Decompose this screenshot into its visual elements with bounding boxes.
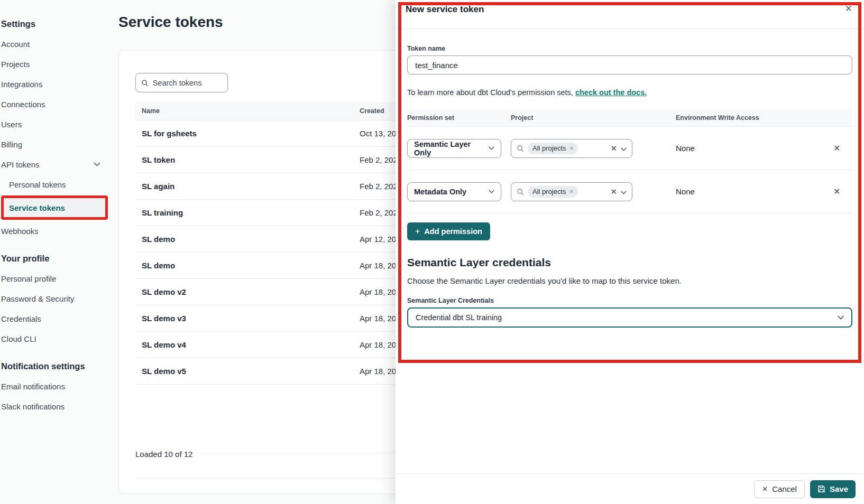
- page-title: Service tokens: [118, 14, 223, 31]
- add-permission-label: Add permission: [424, 227, 482, 236]
- permissions-table: Permission set Project Environment Write…: [407, 109, 852, 213]
- permissions-header: Permission set Project Environment Write…: [407, 109, 852, 127]
- token-name-input[interactable]: [407, 55, 852, 74]
- token-name: SL demo: [142, 235, 360, 244]
- docs-text: To learn more about dbt Cloud's permissi…: [407, 88, 852, 97]
- sidebar-item-credentials[interactable]: Credentials: [1, 309, 112, 329]
- save-button[interactable]: Save: [810, 480, 856, 498]
- clear-selection-icon[interactable]: ✕: [610, 187, 617, 197]
- token-name: SL for gsheets: [142, 129, 360, 138]
- token-name: SL demo v4: [142, 340, 360, 349]
- sidebar-item-connections[interactable]: Connections: [1, 94, 112, 114]
- sidebar-item-account[interactable]: Account: [1, 34, 112, 54]
- project-chip: All projects ✕: [528, 186, 578, 198]
- sidebar-item-label: Users: [1, 120, 22, 129]
- sidebar-item-personal-profile[interactable]: Personal profile: [1, 268, 112, 288]
- project-chip-label: All projects: [532, 188, 566, 195]
- loaded-count: Loaded 10 of 12: [135, 450, 192, 459]
- sidebar-item-integrations[interactable]: Integrations: [1, 74, 112, 94]
- cancel-button[interactable]: ✕ Cancel: [754, 480, 805, 498]
- remove-permission-icon[interactable]: ✕: [833, 186, 840, 197]
- permission-set-value: Semantic Layer Only: [414, 140, 484, 157]
- sidebar-item-label: Password & Security: [1, 294, 74, 303]
- project-multiselect[interactable]: All projects ✕ ✕: [511, 182, 632, 201]
- sidebar-item-password-security[interactable]: Password & Security: [1, 288, 112, 309]
- column-header-environment-write-access: Environment Write Access: [642, 114, 824, 122]
- token-name: SL demo: [142, 261, 360, 270]
- sidebar-item-billing[interactable]: Billing: [1, 134, 112, 154]
- project-multiselect[interactable]: All projects ✕ ✕: [511, 139, 632, 158]
- sidebar-item-label: API tokens: [1, 160, 40, 169]
- sidebar-item-label: Slack notifications: [1, 402, 65, 411]
- docs-text-prefix: To learn more about dbt Cloud's permissi…: [407, 88, 575, 97]
- sidebar-item-webhooks[interactable]: Webhooks: [1, 221, 112, 241]
- search-input[interactable]: [153, 79, 222, 87]
- close-icon: ✕: [762, 485, 768, 493]
- permission-set-value: Metadata Only: [414, 188, 466, 196]
- credentials-select-label: Semantic Layer Credentials: [407, 297, 852, 304]
- chip-remove-icon[interactable]: ✕: [569, 189, 574, 194]
- sidebar-item-users[interactable]: Users: [1, 114, 112, 134]
- column-header-project: Project: [511, 114, 632, 122]
- column-header-permission-set: Permission set: [407, 114, 501, 122]
- chevron-down-icon: [94, 162, 100, 166]
- environment-write-access-value: None: [642, 187, 824, 196]
- sidebar-item-email-notifications[interactable]: Email notifications: [1, 376, 112, 396]
- sidebar-item-label: Connections: [1, 100, 45, 109]
- cancel-label: Cancel: [772, 484, 797, 493]
- chevron-down-icon: [489, 146, 494, 150]
- chip-remove-icon[interactable]: ✕: [569, 145, 574, 151]
- sidebar-item-label: Personal tokens: [9, 180, 66, 189]
- plus-icon: +: [415, 227, 420, 236]
- sidebar-item-personal-tokens[interactable]: Personal tokens: [1, 174, 112, 194]
- project-chip-label: All projects: [532, 144, 566, 152]
- remove-permission-icon[interactable]: ✕: [833, 143, 840, 153]
- sidebar-item-slack-notifications[interactable]: Slack notifications: [1, 396, 112, 416]
- sidebar-item-label: Billing: [1, 140, 22, 149]
- chevron-down-icon: [621, 187, 627, 197]
- chevron-down-icon: [621, 144, 627, 153]
- docs-link[interactable]: check out the docs.: [575, 88, 647, 97]
- close-icon[interactable]: ✕: [843, 3, 854, 14]
- token-name: SL demo v5: [142, 367, 360, 376]
- search-icon: [141, 79, 149, 87]
- sidebar-item-label: Account: [1, 40, 30, 49]
- semantic-layer-credentials-heading: Semantic Layer credentials: [407, 256, 852, 269]
- permission-set-select[interactable]: Semantic Layer Only: [407, 139, 501, 158]
- sidebar-item-service-tokens[interactable]: Service tokens: [1, 195, 108, 220]
- add-permission-button[interactable]: + Add permission: [407, 222, 490, 240]
- sidebar-item-cloud-cli[interactable]: Cloud CLI: [1, 329, 112, 349]
- clear-selection-icon[interactable]: ✕: [610, 144, 617, 153]
- save-icon: [817, 485, 825, 493]
- permission-row: Semantic Layer Only All projects ✕ ✕ Non…: [407, 127, 852, 170]
- chevron-down-icon: [838, 315, 844, 320]
- search-tokens-box[interactable]: [135, 73, 228, 92]
- credentials-select-value: Credential dbt SL training: [416, 313, 502, 322]
- environment-write-access-value: None: [642, 144, 824, 153]
- sidebar-section-heading: Your profile: [1, 254, 112, 264]
- new-service-token-drawer: New service token ✕ Token name To learn …: [396, 0, 864, 504]
- drawer-body: Token name To learn more about dbt Cloud…: [396, 29, 864, 328]
- project-chip: All projects ✕: [528, 143, 578, 154]
- sidebar-item-api-tokens[interactable]: API tokens: [1, 154, 112, 174]
- permission-set-select[interactable]: Metadata Only: [407, 182, 501, 201]
- permission-row: Metadata Only All projects ✕ ✕ None ✕: [407, 170, 852, 213]
- drawer-header: New service token ✕: [396, 0, 864, 29]
- sidebar-item-label: Projects: [1, 60, 30, 69]
- sidebar-section-heading: Settings: [1, 19, 112, 30]
- token-name: SL token: [142, 155, 360, 164]
- sidebar-item-label: Cloud CLI: [1, 334, 36, 343]
- token-name: SL training: [142, 208, 360, 217]
- token-name: SL demo v3: [142, 314, 360, 323]
- sidebar-item-projects[interactable]: Projects: [1, 54, 112, 74]
- drawer-title: New service token: [406, 3, 484, 15]
- chevron-down-icon: [489, 190, 494, 193]
- sidebar-item-label: Personal profile: [1, 274, 56, 283]
- page: Settings Account Projects Integrations C…: [0, 0, 864, 504]
- credentials-select[interactable]: Credential dbt SL training: [407, 307, 852, 328]
- search-icon: [517, 188, 524, 195]
- token-name: SL demo v2: [142, 287, 360, 296]
- sidebar-item-label: Service tokens: [9, 203, 65, 212]
- sidebar-section-heading: Notification settings: [1, 361, 112, 372]
- settings-sidebar: Settings Account Projects Integrations C…: [0, 0, 112, 504]
